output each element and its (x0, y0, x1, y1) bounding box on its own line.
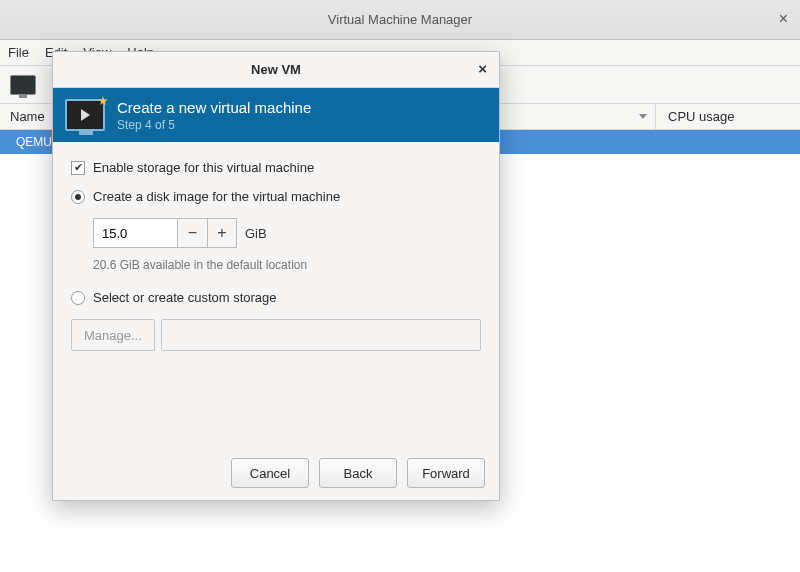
column-cpu-label: CPU usage (668, 109, 734, 124)
manage-button: Manage... (71, 319, 155, 351)
dialog-footer: Cancel Back Forward (53, 446, 499, 500)
disk-size-unit: GiB (245, 226, 267, 241)
dialog-title: New VM (251, 62, 301, 77)
storage-path-input (161, 319, 481, 351)
dialog-titlebar: New VM × (53, 52, 499, 88)
menu-file[interactable]: File (8, 45, 29, 60)
enable-storage-label: Enable storage for this virtual machine (93, 160, 314, 175)
cancel-button[interactable]: Cancel (231, 458, 309, 488)
new-vm-dialog: New VM × Create a new virtual machine St… (52, 51, 500, 501)
create-disk-label: Create a disk image for the virtual mach… (93, 189, 340, 204)
disk-size-row: − + GiB (93, 218, 481, 248)
enable-storage-checkbox[interactable]: ✔ (71, 161, 85, 175)
star-icon (98, 96, 108, 106)
column-cpu[interactable]: CPU usage (656, 109, 800, 124)
forward-button[interactable]: Forward (407, 458, 485, 488)
dialog-header-title: Create a new virtual machine (117, 99, 311, 116)
disk-size-decrement-button[interactable]: − (177, 218, 207, 248)
new-vm-icon[interactable] (10, 75, 36, 95)
create-disk-radio[interactable] (71, 190, 85, 204)
dialog-header: Create a new virtual machine Step 4 of 5 (53, 88, 499, 142)
enable-storage-row: ✔ Enable storage for this virtual machin… (71, 160, 481, 175)
disk-size-input[interactable] (93, 218, 177, 248)
back-button[interactable]: Back (319, 458, 397, 488)
play-icon (81, 109, 90, 121)
dialog-body: ✔ Enable storage for this virtual machin… (53, 142, 499, 446)
chevron-down-icon (639, 114, 647, 119)
manage-storage-row: Manage... (71, 319, 481, 351)
column-name-label: Name (10, 109, 45, 124)
close-icon[interactable]: × (478, 60, 487, 77)
row-hypervisor-label: QEMU (16, 135, 52, 149)
dialog-step-label: Step 4 of 5 (117, 118, 311, 132)
main-window-titlebar: Virtual Machine Manager × (0, 0, 800, 40)
disk-size-increment-button[interactable]: + (207, 218, 237, 248)
vm-monitor-icon (65, 99, 105, 131)
available-storage-text: 20.6 GiB available in the default locati… (93, 258, 481, 272)
close-icon[interactable]: × (779, 10, 788, 28)
main-window-title: Virtual Machine Manager (328, 12, 472, 27)
create-disk-row: Create a disk image for the virtual mach… (71, 189, 481, 204)
custom-storage-radio[interactable] (71, 291, 85, 305)
custom-storage-row: Select or create custom storage (71, 290, 481, 305)
custom-storage-label: Select or create custom storage (93, 290, 277, 305)
